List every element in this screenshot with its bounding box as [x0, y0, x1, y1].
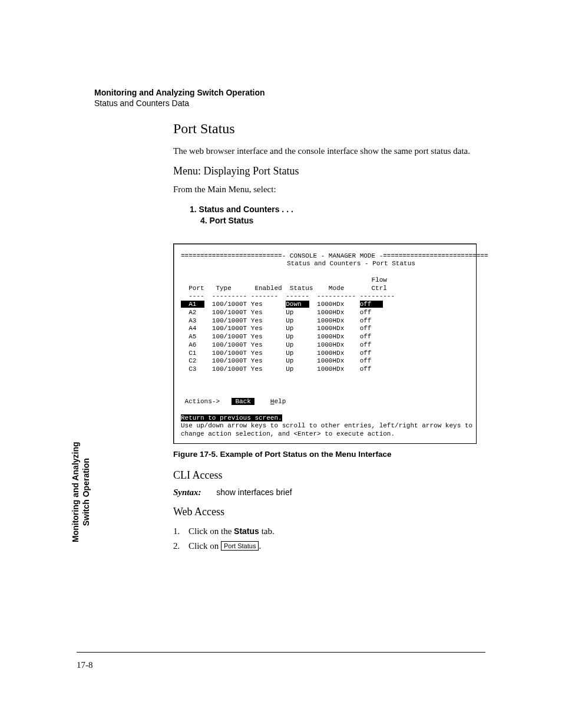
heading-menu-display: Menu: Displaying Port Status	[173, 165, 477, 177]
term-help2: change action selection, and <Enter> to …	[181, 430, 469, 439]
section-title: Status and Counters Data	[94, 98, 265, 108]
heading-cli-access: CLI Access	[173, 469, 477, 482]
web-steps: 1.Click on the Status tab. 2.Click on Po…	[173, 524, 477, 554]
term-actions: Actions-> Back Help	[181, 398, 469, 406]
running-header: Monitoring and Analyzing Switch Operatio…	[94, 87, 265, 108]
term-rows: A1 100/1000T Yes Down 1000HDx off A2 100…	[181, 301, 469, 374]
heading-port-status: Port Status	[173, 121, 477, 137]
term-title: ==========================- CONSOLE - MA…	[181, 252, 469, 261]
list-item: 1.Click on the Status tab.	[173, 524, 477, 539]
port-status-button: Port Status	[221, 541, 259, 551]
main-content: Port Status The web browser interface an…	[173, 121, 477, 554]
footer-rule	[77, 652, 485, 653]
syntax-label: Syntax:	[173, 487, 201, 497]
menu-path: 1. Status and Counters . . . 4. Port Sta…	[190, 204, 477, 227]
term-return: Return to previous screen.	[181, 414, 469, 423]
list-item: 2.Click on Port Status.	[173, 539, 477, 554]
term-subtitle: Status and Counters - Port Status	[181, 260, 469, 268]
menu-path-1: 1. Status and Counters . . .	[190, 204, 477, 216]
term-help1: Use up/down arrow keys to scroll to othe…	[181, 422, 469, 430]
term-cols-line: ---- --------- ------- ------ ----------…	[181, 292, 469, 301]
side-tab: Monitoring and Analyzing Switch Operatio…	[71, 442, 91, 542]
menu-lead: From the Main Menu, select:	[173, 183, 477, 195]
syntax-row: Syntax: show interfaces brief	[173, 487, 477, 498]
back-action: Back	[232, 398, 255, 405]
syntax-command: show interfaces brief	[216, 487, 292, 497]
term-cols: Port Type Enabled Status Mode Ctrl	[181, 285, 469, 293]
intro-paragraph: The web browser interface and the consol…	[173, 145, 477, 157]
status-tab-label: Status	[234, 526, 259, 536]
terminal-screenshot: ==========================- CONSOLE - MA…	[173, 243, 477, 444]
page-number: 17-8	[77, 660, 93, 670]
term-flow-header: Flow	[181, 276, 469, 285]
heading-web-access: Web Access	[173, 506, 477, 518]
figure-caption: Figure 17-5. Example of Port Status on t…	[173, 450, 477, 459]
chapter-title: Monitoring and Analyzing Switch Operatio…	[94, 87, 265, 98]
menu-path-2: 4. Port Status	[200, 215, 477, 227]
